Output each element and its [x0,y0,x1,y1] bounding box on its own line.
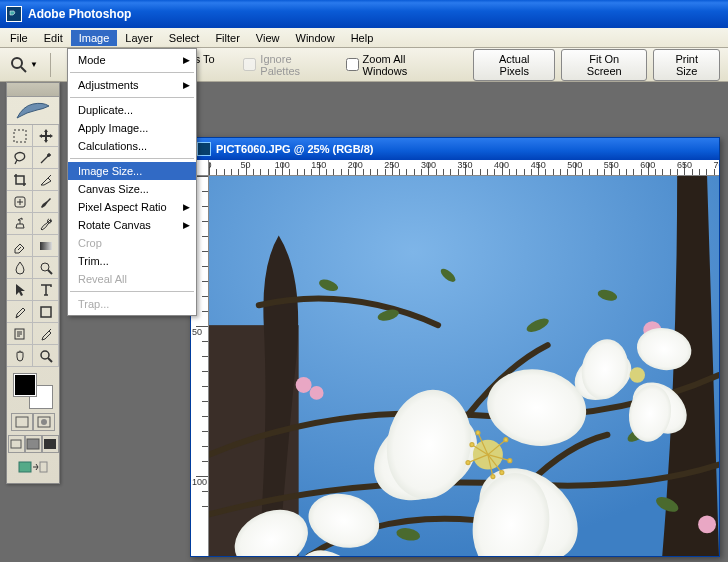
blur-icon[interactable] [7,257,33,279]
menu-item-duplicate[interactable]: Duplicate... [68,101,196,119]
print-size-button[interactable]: Print Size [653,49,720,81]
menu-item-label: Trap... [78,298,109,310]
zoom-all-windows-input[interactable] [346,58,359,71]
svg-point-32 [698,515,716,533]
titlebar: Adobe Photoshop [0,0,728,28]
eraser-icon[interactable] [7,235,33,257]
menu-item-pixel-aspect-ratio[interactable]: Pixel Aspect Ratio▶ [68,198,196,216]
menu-view[interactable]: View [248,30,288,46]
move-icon[interactable] [33,125,59,147]
color-swatches[interactable] [13,373,53,409]
svg-rect-15 [44,439,56,449]
submenu-arrow-icon: ▶ [183,80,190,90]
screen-standard-icon[interactable] [8,435,25,453]
menu-item-apply-image[interactable]: Apply Image... [68,119,196,137]
ruler-h-label: 300 [421,160,436,170]
pen-icon[interactable] [7,301,33,323]
fit-on-screen-button[interactable]: Fit On Screen [561,49,647,81]
ruler-h-label: 550 [604,160,619,170]
path-selection-icon[interactable] [7,279,33,301]
menu-item-mode[interactable]: Mode▶ [68,51,196,69]
eyedropper-icon[interactable] [33,323,59,345]
magic-wand-icon[interactable] [33,147,59,169]
menu-item-canvas-size[interactable]: Canvas Size... [68,180,196,198]
menu-window[interactable]: Window [288,30,343,46]
svg-rect-14 [27,439,39,449]
foreground-color-swatch[interactable] [13,373,37,397]
menu-help[interactable]: Help [343,30,382,46]
menu-file[interactable]: File [2,30,36,46]
menu-item-rotate-canvas[interactable]: Rotate Canvas▶ [68,216,196,234]
svg-point-46 [466,461,470,465]
image-menu-dropdown: Mode▶Adjustments▶Duplicate...Apply Image… [67,48,197,316]
menu-separator [70,291,194,292]
document-titlebar[interactable]: PICT6060.JPG @ 25% (RGB/8) [191,138,719,160]
hand-icon[interactable] [7,345,33,367]
clone-stamp-icon[interactable] [7,213,33,235]
slice-icon[interactable] [33,169,59,191]
menu-edit[interactable]: Edit [36,30,71,46]
standard-mode-icon[interactable] [11,413,33,431]
svg-rect-7 [41,307,51,317]
svg-rect-16 [19,462,31,472]
svg-rect-13 [11,440,21,448]
brush-icon[interactable] [33,191,59,213]
ruler-h-label: 700 [713,160,719,170]
menu-item-calculations[interactable]: Calculations... [68,137,196,155]
canvas[interactable] [209,176,719,556]
ignore-palettes-checkbox[interactable]: Ignore Palettes [243,53,329,77]
shape-icon[interactable] [33,301,59,323]
menu-separator [70,72,194,73]
menu-item-label: Mode [78,54,106,66]
horizontal-ruler[interactable]: 0501001502002503003504004505005506006507… [209,160,719,176]
gradient-icon[interactable] [33,235,59,257]
marquee-icon[interactable] [7,125,33,147]
ruler-h-label: 250 [384,160,399,170]
svg-point-0 [12,58,22,68]
submenu-arrow-icon: ▶ [183,202,190,212]
ruler-h-label: 450 [531,160,546,170]
menu-item-image-size[interactable]: Image Size... [68,162,196,180]
healing-brush-icon[interactable] [7,191,33,213]
quickmask-mode-icon[interactable] [33,413,55,431]
ruler-h-label: 150 [311,160,326,170]
zoom-all-windows-checkbox[interactable]: Zoom All Windows [346,53,448,77]
menu-item-label: Rotate Canvas [78,219,151,231]
ruler-h-label: 100 [275,160,290,170]
menu-image[interactable]: Image [71,30,118,46]
imageready-jump-icon[interactable] [18,460,48,474]
menu-select[interactable]: Select [161,30,208,46]
crop-icon[interactable] [7,169,33,191]
notes-icon[interactable] [7,323,33,345]
menu-filter[interactable]: Filter [207,30,247,46]
menu-item-adjustments[interactable]: Adjustments▶ [68,76,196,94]
svg-rect-2 [14,130,26,142]
menu-layer[interactable]: Layer [117,30,161,46]
actual-pixels-button[interactable]: Actual Pixels [473,49,555,81]
svg-rect-17 [40,462,47,472]
toolbox-drag-handle[interactable] [7,83,59,97]
svg-line-1 [21,67,26,72]
ignore-palettes-label: Ignore Palettes [260,53,329,77]
ruler-h-label: 350 [457,160,472,170]
menu-item-label: Calculations... [78,140,147,152]
svg-rect-5 [40,242,52,250]
menu-separator [70,158,194,159]
svg-point-3 [48,154,50,156]
dodge-icon[interactable] [33,257,59,279]
menu-item-label: Reveal All [78,273,127,285]
history-brush-icon[interactable] [33,213,59,235]
zoom-icon[interactable] [33,345,59,367]
toolbar-divider [50,53,51,77]
svg-point-44 [476,431,480,435]
tool-preset-picker[interactable]: ▼ [8,54,40,76]
ruler-h-label: 400 [494,160,509,170]
lasso-icon[interactable] [7,147,33,169]
screen-full-icon[interactable] [42,435,59,453]
menu-item-label: Adjustments [78,79,139,91]
menu-item-trim[interactable]: Trim... [68,252,196,270]
type-icon[interactable] [33,279,59,301]
zoom-all-windows-label: Zoom All Windows [363,53,448,77]
screen-full-menubar-icon[interactable] [25,435,42,453]
ruler-h-label: 200 [348,160,363,170]
